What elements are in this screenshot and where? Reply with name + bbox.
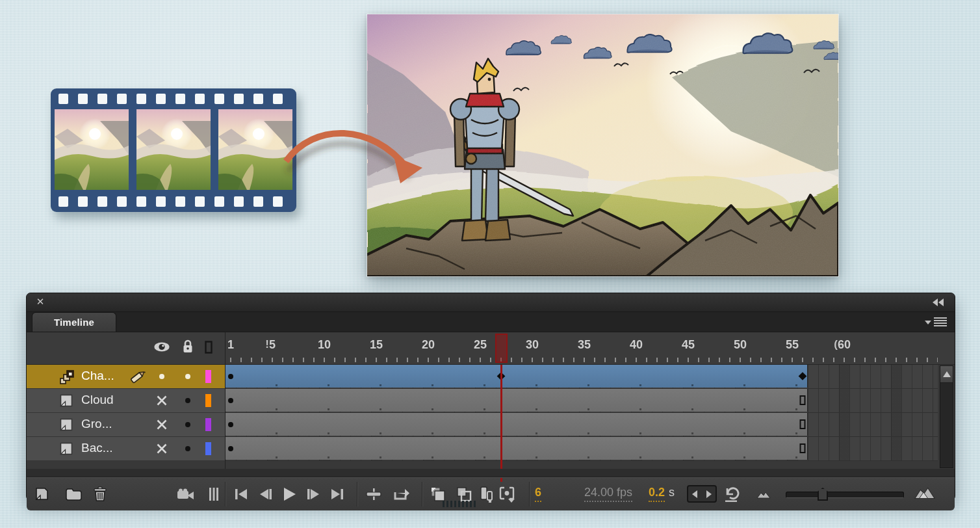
close-icon[interactable]: ✕: [35, 297, 45, 307]
end-keyframe-diamond[interactable]: [799, 372, 807, 380]
add-camera-button[interactable]: [175, 484, 196, 505]
frame-row-3[interactable]: [226, 413, 938, 437]
layer-name[interactable]: Gro...: [81, 417, 112, 431]
layer-unlocked-dot[interactable]: [180, 437, 196, 460]
frame-rate-hot-text[interactable]: 24.00 fps: [584, 486, 632, 502]
end-frame-marker[interactable]: [800, 395, 806, 405]
loop-button[interactable]: [391, 484, 412, 505]
ruler-label-60: 60: [838, 338, 851, 352]
end-frame-marker[interactable]: [800, 419, 806, 429]
ruler-mark-glyph: !: [265, 338, 269, 351]
center-frame-button[interactable]: [363, 484, 384, 505]
horizontal-scroll-strip[interactable]: [27, 469, 955, 477]
zoom-in-frames-icon[interactable]: [914, 482, 935, 503]
collapse-to-icons-icon[interactable]: [933, 298, 944, 306]
ruler-label-45: 45: [682, 338, 695, 352]
frame-size-slider[interactable]: [786, 492, 904, 498]
go-to-last-frame-button[interactable]: [327, 484, 348, 505]
layer-hidden-x-icon[interactable]: [154, 389, 170, 412]
filmstrip-frame-1: [55, 109, 129, 190]
panel-titlebar: ✕: [27, 293, 955, 312]
layer-unlocked-dot[interactable]: [180, 389, 196, 412]
loop-range-button[interactable]: [687, 485, 717, 503]
stage-scene: [367, 14, 838, 276]
step-back-button[interactable]: [255, 484, 276, 505]
layer-outline-color-swatch[interactable]: [205, 442, 211, 455]
layers-column: Cha...CloudGro...Bac...: [27, 365, 225, 461]
ruler-label-20: 20: [422, 338, 435, 352]
layer-name[interactable]: Cha...: [81, 369, 114, 383]
zoom-out-frames-icon[interactable]: [753, 484, 774, 505]
ruler-ticks: [226, 358, 938, 362]
editing-pencil-icon: [129, 368, 148, 388]
keyframe-dot[interactable]: [228, 446, 233, 451]
elapsed-time-unit: s: [669, 486, 675, 499]
tab-timeline[interactable]: Timeline: [32, 312, 116, 332]
panel-menu-icon[interactable]: [925, 317, 947, 326]
outline-column-icon[interactable]: [205, 341, 213, 356]
lock-column-icon[interactable]: [182, 339, 194, 357]
ruler-label-55: 55: [786, 338, 799, 352]
layer-page-icon: [59, 393, 73, 410]
ruler-label-40: 40: [630, 338, 643, 352]
layer-outline-color-swatch[interactable]: [205, 394, 211, 407]
new-layer-button[interactable]: [31, 484, 52, 505]
edit-multiple-frames-button[interactable]: [476, 484, 496, 505]
frame-row-2[interactable]: [226, 389, 938, 413]
step-forward-button[interactable]: [303, 484, 324, 505]
canvas-grain: [367, 14, 838, 276]
layer-row-cha[interactable]: Cha...: [27, 365, 225, 389]
range-out-icon: [706, 490, 712, 498]
layer-unlocked-dot[interactable]: [180, 365, 196, 388]
filmstrip-illustration: [51, 88, 296, 212]
layer-row-gro[interactable]: Gro...: [27, 413, 225, 437]
frame-size-slider-thumb[interactable]: [818, 488, 828, 501]
frame-row-1[interactable]: [226, 365, 938, 389]
end-frame-marker[interactable]: [800, 443, 806, 453]
ruler-label-5: 5: [269, 338, 276, 352]
layer-hidden-x-icon[interactable]: [154, 413, 170, 436]
ruler-label-30: 30: [526, 338, 539, 352]
stage-preview: [367, 14, 838, 276]
elapsed-time-hot-text[interactable]: 0.2: [649, 486, 665, 502]
keyframe-dot[interactable]: [228, 422, 233, 427]
timeline-status-bar: 6 24.00 fps 0.2 s: [27, 477, 955, 510]
delete-trash-button[interactable]: [90, 484, 110, 505]
playhead-marker[interactable]: [495, 334, 508, 363]
layer-name[interactable]: Bac...: [81, 441, 113, 455]
static-span[interactable]: [226, 413, 808, 436]
layer-row-cloud[interactable]: Cloud: [27, 389, 225, 413]
playhead-line[interactable]: [500, 365, 502, 469]
modify-markers-button[interactable]: [497, 484, 518, 505]
layer-outline-color-swatch[interactable]: [205, 418, 211, 431]
eye-column-icon[interactable]: [153, 341, 170, 355]
layer-outline-color-swatch[interactable]: [205, 370, 211, 383]
frame-row-4[interactable]: [226, 437, 938, 461]
filmstrip-frame-2: [136, 109, 211, 190]
scroll-up-button[interactable]: [940, 366, 953, 383]
layer-visible-dot[interactable]: [154, 365, 170, 388]
play-button[interactable]: [279, 484, 300, 505]
triangle-up-icon: [943, 371, 951, 377]
static-span[interactable]: [226, 437, 808, 460]
filmstrip-graphic: [51, 88, 296, 212]
vertical-scrollbar[interactable]: [940, 365, 953, 468]
new-folder-button[interactable]: [63, 484, 84, 505]
keyframe-dot[interactable]: [228, 398, 233, 403]
timeline-header-row: 151015202530354045505560!(: [27, 332, 955, 365]
current-frame-hot-text[interactable]: 6: [535, 486, 541, 502]
reset-timeline-zoom-button[interactable]: [721, 484, 741, 505]
panel-resize-grip[interactable]: [443, 501, 478, 507]
layer-unlocked-dot[interactable]: [180, 413, 196, 436]
layer-name[interactable]: Cloud: [81, 393, 114, 407]
layer-row-bac[interactable]: Bac...: [27, 437, 225, 461]
keyframe-dot[interactable]: [228, 374, 233, 379]
ruler-label-35: 35: [578, 338, 591, 352]
layer-depth-button[interactable]: [203, 484, 224, 505]
tween-span[interactable]: [226, 365, 808, 388]
layer-hidden-x-icon[interactable]: [154, 437, 170, 460]
go-to-first-frame-button[interactable]: [231, 484, 251, 505]
static-span[interactable]: [226, 389, 808, 412]
layer-page-icon: [59, 417, 73, 434]
timeline-panel: ✕ Timeline 151015202530354045505560!( Ch…: [26, 293, 955, 501]
